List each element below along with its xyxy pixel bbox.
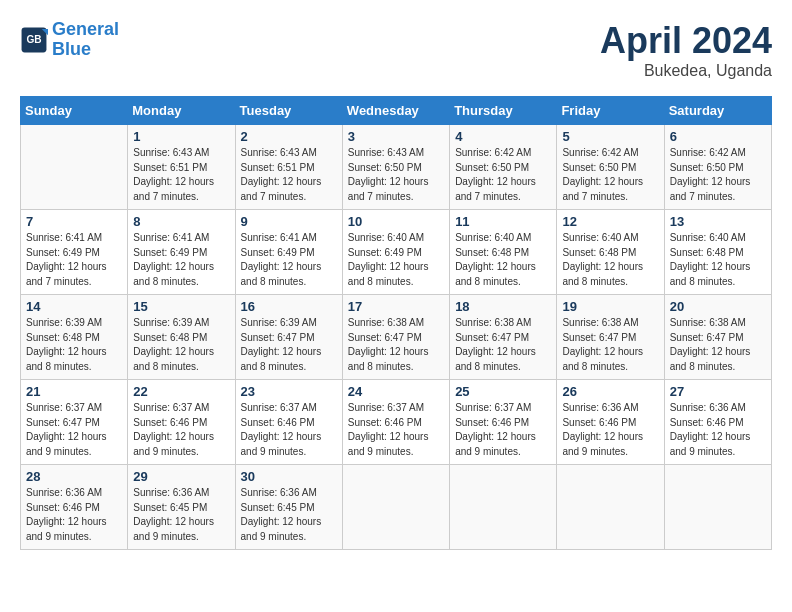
day-number: 17 — [348, 299, 444, 314]
calendar-cell: 15Sunrise: 6:39 AM Sunset: 6:48 PM Dayli… — [128, 295, 235, 380]
day-number: 7 — [26, 214, 122, 229]
day-number: 8 — [133, 214, 229, 229]
logo: GB GeneralBlue — [20, 20, 119, 60]
day-info: Sunrise: 6:37 AM Sunset: 6:46 PM Dayligh… — [133, 401, 229, 459]
day-info: Sunrise: 6:39 AM Sunset: 6:47 PM Dayligh… — [241, 316, 337, 374]
calendar-cell: 17Sunrise: 6:38 AM Sunset: 6:47 PM Dayli… — [342, 295, 449, 380]
svg-text:GB: GB — [26, 34, 41, 45]
day-number: 21 — [26, 384, 122, 399]
calendar-cell: 28Sunrise: 6:36 AM Sunset: 6:46 PM Dayli… — [21, 465, 128, 550]
day-number: 25 — [455, 384, 551, 399]
day-number: 23 — [241, 384, 337, 399]
calendar-cell: 20Sunrise: 6:38 AM Sunset: 6:47 PM Dayli… — [664, 295, 771, 380]
calendar-cell: 6Sunrise: 6:42 AM Sunset: 6:50 PM Daylig… — [664, 125, 771, 210]
day-number: 14 — [26, 299, 122, 314]
day-info: Sunrise: 6:41 AM Sunset: 6:49 PM Dayligh… — [26, 231, 122, 289]
day-info: Sunrise: 6:36 AM Sunset: 6:46 PM Dayligh… — [26, 486, 122, 544]
day-info: Sunrise: 6:42 AM Sunset: 6:50 PM Dayligh… — [670, 146, 766, 204]
calendar-cell: 11Sunrise: 6:40 AM Sunset: 6:48 PM Dayli… — [450, 210, 557, 295]
day-info: Sunrise: 6:43 AM Sunset: 6:51 PM Dayligh… — [133, 146, 229, 204]
day-number: 28 — [26, 469, 122, 484]
calendar-cell: 16Sunrise: 6:39 AM Sunset: 6:47 PM Dayli… — [235, 295, 342, 380]
day-number: 10 — [348, 214, 444, 229]
calendar-cell: 21Sunrise: 6:37 AM Sunset: 6:47 PM Dayli… — [21, 380, 128, 465]
day-number: 30 — [241, 469, 337, 484]
day-info: Sunrise: 6:43 AM Sunset: 6:51 PM Dayligh… — [241, 146, 337, 204]
day-info: Sunrise: 6:37 AM Sunset: 6:46 PM Dayligh… — [455, 401, 551, 459]
day-info: Sunrise: 6:38 AM Sunset: 6:47 PM Dayligh… — [562, 316, 658, 374]
day-number: 9 — [241, 214, 337, 229]
day-info: Sunrise: 6:39 AM Sunset: 6:48 PM Dayligh… — [26, 316, 122, 374]
calendar-cell: 13Sunrise: 6:40 AM Sunset: 6:48 PM Dayli… — [664, 210, 771, 295]
calendar-cell: 3Sunrise: 6:43 AM Sunset: 6:50 PM Daylig… — [342, 125, 449, 210]
day-number: 22 — [133, 384, 229, 399]
weekday-header-thursday: Thursday — [450, 97, 557, 125]
calendar-cell: 23Sunrise: 6:37 AM Sunset: 6:46 PM Dayli… — [235, 380, 342, 465]
day-info: Sunrise: 6:38 AM Sunset: 6:47 PM Dayligh… — [670, 316, 766, 374]
day-info: Sunrise: 6:38 AM Sunset: 6:47 PM Dayligh… — [455, 316, 551, 374]
day-info: Sunrise: 6:41 AM Sunset: 6:49 PM Dayligh… — [241, 231, 337, 289]
day-number: 27 — [670, 384, 766, 399]
week-row-4: 21Sunrise: 6:37 AM Sunset: 6:47 PM Dayli… — [21, 380, 772, 465]
title-block: April 2024 Bukedea, Uganda — [600, 20, 772, 80]
calendar-cell — [450, 465, 557, 550]
calendar-cell: 10Sunrise: 6:40 AM Sunset: 6:49 PM Dayli… — [342, 210, 449, 295]
week-row-2: 7Sunrise: 6:41 AM Sunset: 6:49 PM Daylig… — [21, 210, 772, 295]
day-number: 6 — [670, 129, 766, 144]
week-row-5: 28Sunrise: 6:36 AM Sunset: 6:46 PM Dayli… — [21, 465, 772, 550]
calendar-cell — [21, 125, 128, 210]
day-info: Sunrise: 6:37 AM Sunset: 6:46 PM Dayligh… — [348, 401, 444, 459]
calendar-cell: 2Sunrise: 6:43 AM Sunset: 6:51 PM Daylig… — [235, 125, 342, 210]
day-info: Sunrise: 6:41 AM Sunset: 6:49 PM Dayligh… — [133, 231, 229, 289]
day-info: Sunrise: 6:38 AM Sunset: 6:47 PM Dayligh… — [348, 316, 444, 374]
weekday-header-tuesday: Tuesday — [235, 97, 342, 125]
day-number: 2 — [241, 129, 337, 144]
day-number: 15 — [133, 299, 229, 314]
calendar-cell: 30Sunrise: 6:36 AM Sunset: 6:45 PM Dayli… — [235, 465, 342, 550]
calendar-cell: 1Sunrise: 6:43 AM Sunset: 6:51 PM Daylig… — [128, 125, 235, 210]
weekday-header-monday: Monday — [128, 97, 235, 125]
day-number: 16 — [241, 299, 337, 314]
weekday-header-sunday: Sunday — [21, 97, 128, 125]
calendar-cell: 26Sunrise: 6:36 AM Sunset: 6:46 PM Dayli… — [557, 380, 664, 465]
page-header: GB GeneralBlue April 2024 Bukedea, Ugand… — [20, 20, 772, 80]
calendar-cell: 5Sunrise: 6:42 AM Sunset: 6:50 PM Daylig… — [557, 125, 664, 210]
weekday-header-friday: Friday — [557, 97, 664, 125]
day-info: Sunrise: 6:42 AM Sunset: 6:50 PM Dayligh… — [562, 146, 658, 204]
calendar-cell — [557, 465, 664, 550]
day-info: Sunrise: 6:40 AM Sunset: 6:48 PM Dayligh… — [562, 231, 658, 289]
day-number: 24 — [348, 384, 444, 399]
day-number: 11 — [455, 214, 551, 229]
day-number: 4 — [455, 129, 551, 144]
day-number: 20 — [670, 299, 766, 314]
day-number: 1 — [133, 129, 229, 144]
calendar-cell — [342, 465, 449, 550]
calendar-cell: 24Sunrise: 6:37 AM Sunset: 6:46 PM Dayli… — [342, 380, 449, 465]
day-number: 18 — [455, 299, 551, 314]
day-info: Sunrise: 6:40 AM Sunset: 6:48 PM Dayligh… — [455, 231, 551, 289]
day-info: Sunrise: 6:43 AM Sunset: 6:50 PM Dayligh… — [348, 146, 444, 204]
week-row-3: 14Sunrise: 6:39 AM Sunset: 6:48 PM Dayli… — [21, 295, 772, 380]
day-info: Sunrise: 6:36 AM Sunset: 6:45 PM Dayligh… — [241, 486, 337, 544]
day-number: 19 — [562, 299, 658, 314]
calendar-cell — [664, 465, 771, 550]
calendar-cell: 25Sunrise: 6:37 AM Sunset: 6:46 PM Dayli… — [450, 380, 557, 465]
day-info: Sunrise: 6:37 AM Sunset: 6:46 PM Dayligh… — [241, 401, 337, 459]
calendar-cell: 14Sunrise: 6:39 AM Sunset: 6:48 PM Dayli… — [21, 295, 128, 380]
calendar-cell: 29Sunrise: 6:36 AM Sunset: 6:45 PM Dayli… — [128, 465, 235, 550]
calendar-cell: 19Sunrise: 6:38 AM Sunset: 6:47 PM Dayli… — [557, 295, 664, 380]
day-number: 5 — [562, 129, 658, 144]
weekday-header-saturday: Saturday — [664, 97, 771, 125]
location: Bukedea, Uganda — [600, 62, 772, 80]
day-info: Sunrise: 6:42 AM Sunset: 6:50 PM Dayligh… — [455, 146, 551, 204]
day-info: Sunrise: 6:37 AM Sunset: 6:47 PM Dayligh… — [26, 401, 122, 459]
day-info: Sunrise: 6:39 AM Sunset: 6:48 PM Dayligh… — [133, 316, 229, 374]
day-number: 13 — [670, 214, 766, 229]
day-number: 26 — [562, 384, 658, 399]
weekday-header-wednesday: Wednesday — [342, 97, 449, 125]
month-title: April 2024 — [600, 20, 772, 62]
day-info: Sunrise: 6:40 AM Sunset: 6:48 PM Dayligh… — [670, 231, 766, 289]
day-info: Sunrise: 6:36 AM Sunset: 6:46 PM Dayligh… — [562, 401, 658, 459]
calendar-cell: 7Sunrise: 6:41 AM Sunset: 6:49 PM Daylig… — [21, 210, 128, 295]
calendar-cell: 12Sunrise: 6:40 AM Sunset: 6:48 PM Dayli… — [557, 210, 664, 295]
